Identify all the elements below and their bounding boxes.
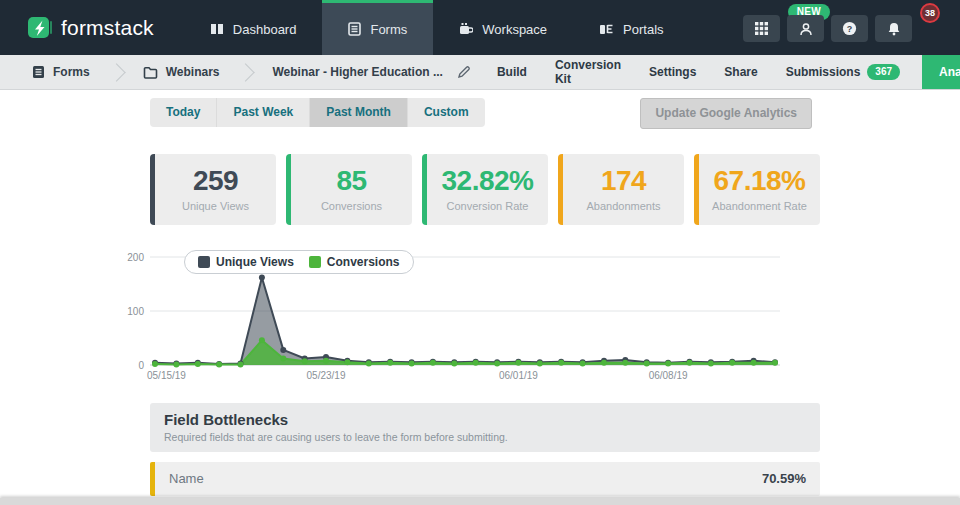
field-bottlenecks-section: Field Bottlenecks Required fields that a… [150,403,820,505]
tab-settings[interactable]: Settings [635,55,710,89]
filter-past-week[interactable]: Past Week [217,98,310,127]
legend-conversions: Conversions [309,255,400,269]
account-button[interactable] [787,15,824,42]
form-title: Webinar - Higher Education ... [272,65,442,79]
tab-label: Submissions [786,65,861,79]
stat-card-conversions: 85 Conversions [286,154,412,225]
tab-label: Conversion Kit [555,58,621,86]
stat-label: Conversions [291,200,412,212]
tab-share[interactable]: Share [710,55,771,89]
svg-text:200: 200 [127,252,144,263]
svg-text:0: 0 [138,360,144,371]
tab-label: Settings [649,65,696,79]
filter-today[interactable]: Today [150,98,217,127]
svg-text:06/01/19: 06/01/19 [499,370,538,381]
date-filter-row: Today Past Week Past Month Custom Update… [150,98,960,126]
tab-label: Share [724,65,757,79]
apps-grid-button[interactable] [743,15,780,42]
conversions-swatch [309,256,321,268]
breadcrumb-label: Webinars [166,65,220,79]
stat-card-abandonment-rate: 67.18% Abandonment Rate [694,154,820,225]
legend-label: Unique Views [216,255,294,269]
stat-value: 32.82% [427,165,548,197]
field-bottlenecks-header: Field Bottlenecks Required fields that a… [150,403,820,452]
header-icon-buttons: ? [743,15,912,42]
breadcrumb-webinars[interactable]: Webinars [131,65,232,79]
breadcrumb-chevron-icon [237,63,255,81]
question-icon: ? [842,21,857,36]
tab-submissions[interactable]: Submissions 367 [772,55,914,89]
nav-item-workspace[interactable]: Workspace [433,0,573,55]
notification-count-badge: 38 [920,3,940,23]
stat-label: Abandonment Rate [699,200,820,212]
breadcrumb-label: Forms [53,65,90,79]
stat-card-conversion-rate: 32.82% Conversion Rate [422,154,548,225]
help-button[interactable]: ? [831,15,868,42]
bell-icon [887,22,901,36]
formstack-logo-icon [28,16,52,40]
stat-value: 259 [155,165,276,197]
stat-card-unique-views: 259 Unique Views [150,154,276,225]
nav-item-forms[interactable]: Forms [322,0,433,55]
dashboard-icon [210,22,224,36]
person-icon [799,22,813,36]
chart-legend: Unique Views Conversions [184,250,414,274]
apps-grid-icon [754,21,769,36]
tab-build[interactable]: Build [483,55,541,89]
date-range-segmented-control: Today Past Week Past Month Custom [150,98,485,127]
top-navigation: formstack Dashboard Forms Workspace Port… [0,0,960,55]
stat-value: 174 [563,165,684,197]
brand-name: formstack [61,16,154,40]
svg-text:?: ? [847,24,853,34]
section-subtitle: Required fields that are causing users t… [164,431,806,443]
unique-views-swatch [198,256,210,268]
stat-value: 85 [291,165,412,197]
folder-icon [143,66,158,79]
update-google-analytics-button[interactable]: Update Google Analytics [640,98,812,129]
stat-label: Conversion Rate [427,200,548,212]
legend-label: Conversions [327,255,400,269]
filter-custom[interactable]: Custom [408,98,485,127]
field-label: Name [169,471,204,486]
portals-icon [599,22,614,36]
nav-item-portals[interactable]: Portals [573,0,689,55]
traffic-chart: Unique Views Conversions 200100005/15/19… [112,249,792,389]
pencil-icon [457,65,471,79]
nav-item-label: Dashboard [233,22,297,37]
document-icon [32,65,45,79]
nav-item-label: Portals [623,22,663,37]
tab-analytics[interactable]: Analytics [922,55,960,89]
tab-conversion-kit[interactable]: Conversion Kit [541,55,635,89]
tab-label: Analytics [939,65,960,79]
submissions-count-badge: 367 [867,64,900,80]
legend-unique-views: Unique Views [198,255,294,269]
formstack-logo[interactable]: formstack [0,0,184,55]
edit-form-name-button[interactable] [457,65,471,79]
nav-item-dashboard[interactable]: Dashboard [184,0,323,55]
section-title: Field Bottlenecks [164,411,806,428]
notifications-button[interactable] [875,15,912,42]
stat-label: Unique Views [155,200,276,212]
field-percentage: 70.59% [762,471,806,486]
svg-text:05/15/19: 05/15/19 [147,370,186,381]
breadcrumb-chevron-icon [107,63,125,81]
page-bottom-edge [0,498,960,505]
stat-label: Abandonments [563,200,684,212]
breadcrumb-current-form[interactable]: Webinar - Higher Education ... [260,65,482,79]
filter-past-month[interactable]: Past Month [310,98,408,127]
breadcrumb-forms[interactable]: Forms [20,65,102,79]
tab-label: Build [497,65,527,79]
forms-icon [348,22,361,36]
svg-text:06/08/19: 06/08/19 [649,370,688,381]
form-navigation-bar: Forms Webinars Webinar - Higher Educatio… [0,55,960,90]
svg-text:100: 100 [127,306,144,317]
stat-card-abandonments: 174 Abandonments [558,154,684,225]
stats-row: 259 Unique Views 85 Conversions 32.82% C… [150,154,820,225]
nav-item-label: Forms [370,22,407,37]
stat-value: 67.18% [699,165,820,197]
bottleneck-row-name: Name 70.59% [150,462,820,496]
svg-text:05/23/19: 05/23/19 [307,370,346,381]
workspace-icon [459,22,473,36]
form-tabs: Build Conversion Kit Settings Share Subm… [483,55,960,89]
nav-item-label: Workspace [482,22,547,37]
